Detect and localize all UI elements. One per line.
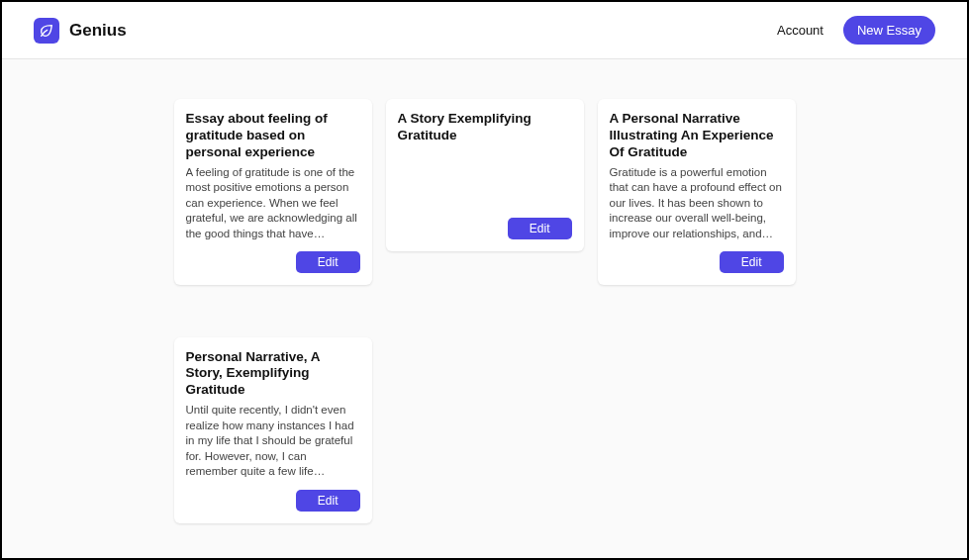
edit-button[interactable]: Edit xyxy=(720,251,784,273)
account-link[interactable]: Account xyxy=(777,23,824,38)
brand-name: Genius xyxy=(69,21,127,41)
card-actions: Edit xyxy=(610,251,784,273)
edit-button[interactable]: Edit xyxy=(508,218,572,239)
essay-title: A Personal Narrative Illustrating An Exp… xyxy=(610,111,784,161)
essay-body: Gratitude is a powerful emotion that can… xyxy=(610,165,784,242)
content-area: Essay about feeling of gratitude based o… xyxy=(2,59,967,560)
essay-card: A Story Exemplifying Gratitude Edit xyxy=(386,99,584,251)
card-actions: Edit xyxy=(398,218,572,239)
essay-grid: Essay about feeling of gratitude based o… xyxy=(174,99,796,560)
edit-button[interactable]: Edit xyxy=(296,490,360,512)
essay-body: Until quite recently, I didn't even real… xyxy=(186,403,360,480)
essay-card: Essay about feeling of gratitude based o… xyxy=(174,99,372,285)
new-essay-button[interactable]: New Essay xyxy=(843,16,935,45)
brand[interactable]: Genius xyxy=(34,18,127,44)
essay-card: Personal Narrative, A Story, Exemplifyin… xyxy=(174,337,372,523)
card-actions: Edit xyxy=(186,251,360,273)
essay-title: Personal Narrative, A Story, Exemplifyin… xyxy=(186,349,360,400)
essay-body: A feeling of gratitude is one of the mos… xyxy=(186,165,360,242)
edit-button[interactable]: Edit xyxy=(296,251,360,273)
essay-title: A Story Exemplifying Gratitude xyxy=(398,111,572,144)
header: Genius Account New Essay xyxy=(2,2,967,59)
logo-icon xyxy=(34,18,59,44)
card-actions: Edit xyxy=(186,490,360,512)
header-actions: Account New Essay xyxy=(777,16,935,45)
essay-card: A Personal Narrative Illustrating An Exp… xyxy=(598,99,796,285)
essay-title: Essay about feeling of gratitude based o… xyxy=(186,111,360,161)
